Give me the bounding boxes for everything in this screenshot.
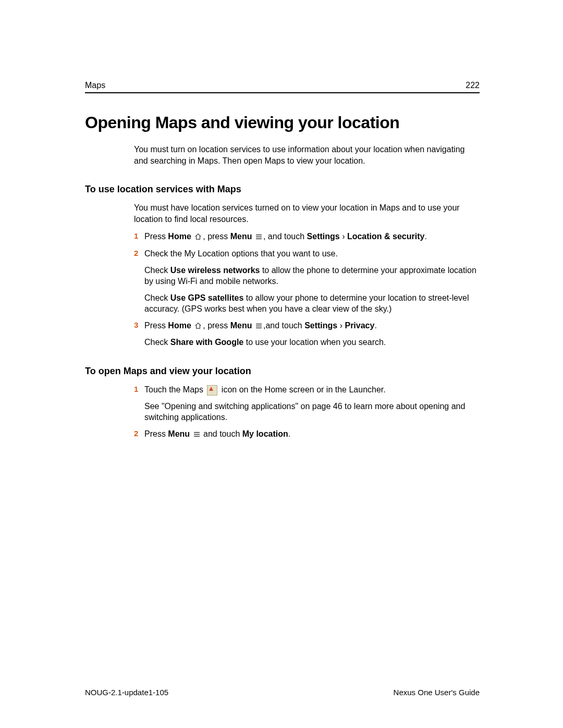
s2-step1-para2: See "Opening and switching applications"… <box>144 401 480 423</box>
step-number: 3 <box>134 320 138 330</box>
section2-step2: 2 Press Menu and touch My location. <box>134 428 480 440</box>
header-section: Maps <box>85 81 105 90</box>
section-heading-open-maps: To open Maps and view your location <box>85 366 480 377</box>
step2-line1: Check the My Location options that you w… <box>144 248 480 260</box>
menu-icon <box>255 231 262 243</box>
s2-step1-line1: Touch the Maps icon on the Home screen o… <box>144 384 480 396</box>
section-heading-location-services: To use location services with Maps <box>85 184 480 195</box>
section1-lead: You must have location services turned o… <box>134 202 480 225</box>
section1-step3: 3 Press Home , press Menu ,and touch Set… <box>134 320 480 348</box>
step1-line: Press Home , press Menu , and touch Sett… <box>144 231 480 243</box>
menu-icon <box>255 320 262 332</box>
page-header: Maps 222 <box>85 81 480 93</box>
section2-step1: 1 Touch the Maps icon on the Home screen… <box>134 384 480 423</box>
footer-guide-title: Nexus One User's Guide <box>394 688 480 697</box>
maps-app-icon <box>207 385 217 396</box>
step-number: 1 <box>134 384 138 394</box>
section1-step1: 1 Press Home , press Menu , and touch Se… <box>134 231 480 243</box>
step-number: 2 <box>134 428 138 439</box>
step3-line1: Press Home , press Menu ,and touch Setti… <box>144 320 480 332</box>
footer-doc-id: NOUG-2.1-update1-105 <box>85 688 168 697</box>
step-number: 1 <box>134 231 138 241</box>
page-footer: NOUG-2.1-update1-105 Nexus One User's Gu… <box>85 688 480 697</box>
step-number: 2 <box>134 248 138 258</box>
menu-icon <box>193 429 200 440</box>
section1-step2: 2 Check the My Location options that you… <box>134 248 480 315</box>
section-body-open-maps: 1 Touch the Maps icon on the Home screen… <box>134 384 480 440</box>
header-page-number: 222 <box>466 81 480 90</box>
section-body-location-services: You must have location services turned o… <box>134 202 480 348</box>
step2-para2: Check Use wireless networks to allow the… <box>144 265 480 287</box>
page-title: Opening Maps and viewing your location <box>85 113 480 132</box>
s2-step2-line: Press Menu and touch My location. <box>144 428 480 440</box>
step2-para3: Check Use GPS satellites to allow your p… <box>144 292 480 315</box>
intro-paragraph: You must turn on location services to us… <box>134 144 480 166</box>
home-icon <box>194 231 202 243</box>
home-icon <box>194 320 202 332</box>
step3-para2: Check Share with Google to use your loca… <box>144 337 480 348</box>
